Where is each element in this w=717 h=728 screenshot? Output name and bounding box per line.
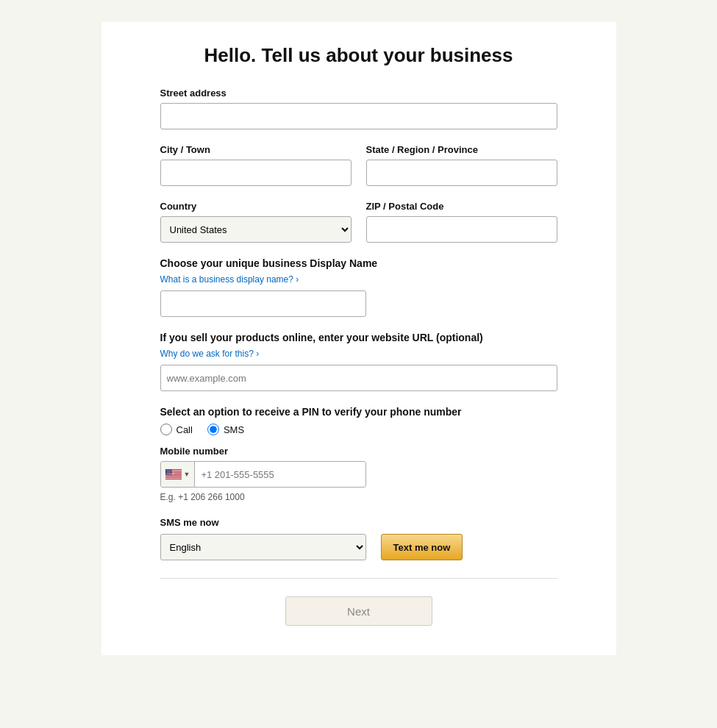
website-helper-link[interactable]: Why do we ask for this? › <box>160 349 260 359</box>
website-title: If you sell your products online, enter … <box>160 332 557 343</box>
divider <box>160 578 557 579</box>
svg-rect-9 <box>165 477 182 477</box>
city-state-row: City / Town State / Region / Province <box>160 144 557 186</box>
state-label: State / Region / Province <box>366 144 557 155</box>
call-radio[interactable] <box>160 424 172 435</box>
svg-rect-12 <box>165 479 182 479</box>
country-select[interactable]: United States Canada United Kingdom Aust… <box>160 216 352 243</box>
city-input[interactable] <box>160 160 352 186</box>
flag-chevron-icon: ▼ <box>184 471 190 478</box>
page-container: Hello. Tell us about your business Stree… <box>101 22 616 655</box>
pin-title: Select an option to receive a PIN to ver… <box>160 406 557 418</box>
phone-number-input[interactable] <box>195 462 365 487</box>
sms-me-now-section: SMS me now English Spanish French German… <box>160 517 557 560</box>
zip-input[interactable] <box>366 216 557 243</box>
svg-rect-11 <box>165 478 182 479</box>
pin-radio-group: Call SMS <box>160 424 557 435</box>
website-section: If you sell your products online, enter … <box>160 332 557 391</box>
zip-label: ZIP / Postal Code <box>366 201 557 212</box>
display-name-input[interactable] <box>160 290 366 317</box>
street-address-section: Street address <box>160 88 557 129</box>
page-title: Hello. Tell us about your business <box>160 44 557 67</box>
country-col: Country United States Canada United King… <box>160 201 352 243</box>
pin-section: Select an option to receive a PIN to ver… <box>160 406 557 502</box>
city-col: City / Town <box>160 144 352 186</box>
sms-radio[interactable] <box>207 424 219 435</box>
zip-col: ZIP / Postal Code <box>366 201 557 243</box>
next-button-wrapper: Next <box>160 596 557 626</box>
street-address-label: Street address <box>160 88 557 99</box>
svg-rect-10 <box>165 477 182 478</box>
flag-dropdown[interactable]: ★★★★★★ ★★★★★ ★★★★★★ ★★★★★ ▼ <box>161 462 196 487</box>
sms-row: English Spanish French German Chinese Te… <box>160 534 557 560</box>
svg-rect-8 <box>165 476 182 477</box>
sms-radio-option[interactable]: SMS <box>207 424 244 435</box>
phone-example: E.g. +1 206 266 1000 <box>160 492 557 502</box>
call-radio-option[interactable]: Call <box>160 424 193 435</box>
sms-label: SMS <box>224 424 244 435</box>
state-col: State / Region / Province <box>366 144 557 186</box>
phone-input-wrapper: ★★★★★★ ★★★★★ ★★★★★★ ★★★★★ ▼ <box>160 461 366 488</box>
display-name-helper-link[interactable]: What is a business display name? › <box>160 274 299 285</box>
mobile-number-label: Mobile number <box>160 446 557 457</box>
website-input[interactable] <box>160 365 557 391</box>
next-button[interactable]: Next <box>285 596 432 626</box>
country-zip-row: Country United States Canada United King… <box>160 201 557 243</box>
sms-me-now-label: SMS me now <box>160 517 557 528</box>
country-label: Country <box>160 201 352 212</box>
text-me-now-button[interactable]: Text me now <box>381 534 463 560</box>
display-name-title: Choose your unique business Display Name <box>160 257 557 269</box>
display-name-section: Choose your unique business Display Name… <box>160 257 557 317</box>
call-label: Call <box>176 424 193 435</box>
street-address-input[interactable] <box>160 103 557 129</box>
us-flag-icon: ★★★★★★ ★★★★★ ★★★★★★ ★★★★★ <box>165 469 182 479</box>
city-label: City / Town <box>160 144 352 155</box>
language-select[interactable]: English Spanish French German Chinese <box>160 534 366 560</box>
svg-rect-7 <box>165 475 182 476</box>
state-input[interactable] <box>366 160 557 186</box>
